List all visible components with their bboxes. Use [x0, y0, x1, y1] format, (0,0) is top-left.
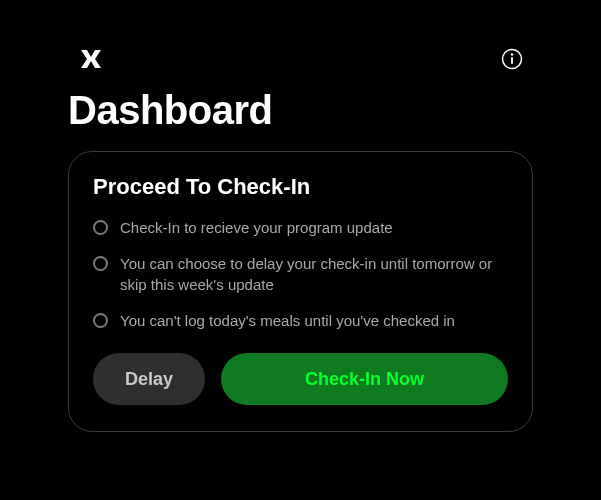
svg-point-1	[511, 53, 513, 55]
list-item: You can choose to delay your check-in un…	[93, 254, 508, 295]
circle-icon	[93, 256, 108, 271]
checkin-card: Proceed To Check-In Check-In to recieve …	[68, 151, 533, 432]
page-title: Dashboard	[68, 88, 533, 133]
circle-icon	[93, 313, 108, 328]
list-item: You can't log today's meals until you've…	[93, 311, 508, 331]
bullet-text: Check-In to recieve your program update	[120, 218, 393, 238]
bullet-list: Check-In to recieve your program update …	[93, 218, 508, 331]
checkin-now-button[interactable]: Check-In Now	[221, 353, 508, 405]
delay-button[interactable]: Delay	[93, 353, 205, 405]
svg-rect-2	[511, 57, 513, 64]
bullet-text: You can't log today's meals until you've…	[120, 311, 455, 331]
button-row: Delay Check-In Now	[93, 353, 508, 405]
list-item: Check-In to recieve your program update	[93, 218, 508, 238]
circle-icon	[93, 220, 108, 235]
header-row	[68, 48, 533, 70]
bullet-text: You can choose to delay your check-in un…	[120, 254, 508, 295]
app-root: Dashboard Proceed To Check-In Check-In t…	[0, 0, 601, 432]
card-title: Proceed To Check-In	[93, 174, 508, 200]
app-logo-icon[interactable]	[80, 49, 102, 69]
info-icon[interactable]	[501, 48, 523, 70]
